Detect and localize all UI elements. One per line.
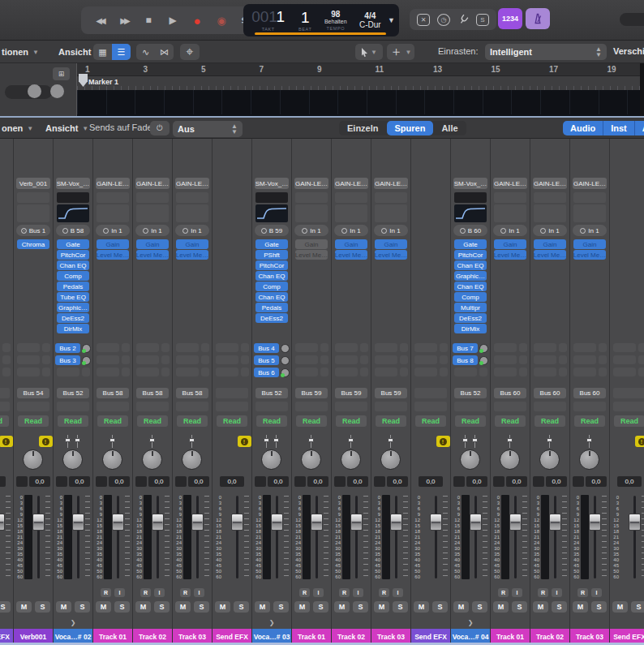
audio-fx-slot[interactable]: Gain [335,239,367,249]
pan-knob[interactable] [460,449,480,470]
output-slot[interactable]: Bus 58 [176,388,208,398]
automation-read-button[interactable]: Read [415,415,446,427]
catch-playhead-icon[interactable]: ⌖ [180,44,200,60]
empty-send-knob-slot[interactable] [559,355,567,364]
empty-send-slot[interactable] [534,368,556,376]
empty-send-knob-slot[interactable] [360,368,368,376]
automation-read-button[interactable]: Read [137,415,168,427]
eq-slot[interactable] [573,204,606,222]
flex-icon[interactable]: ⋈ [155,44,174,60]
pan-value[interactable]: 0,0 [419,476,443,487]
fader-track[interactable] [196,496,199,578]
eq-slot[interactable] [454,204,487,222]
output-slot[interactable]: Bus 52 [57,388,89,398]
audio-fx-slot[interactable]: Gate [454,239,487,249]
sends-select[interactable]: Aus ▲▼ [173,121,243,137]
input-slot[interactable]: In 1 [533,225,567,236]
fader-cap[interactable] [589,514,601,531]
fader-track[interactable] [514,496,517,578]
output-slot-empty[interactable] [414,388,447,398]
mixer-menu-options[interactable]: onen▼ [2,121,33,135]
automation-slot[interactable] [573,402,606,411]
playhead-marker[interactable] [79,74,88,87]
empty-send-slot[interactable] [216,343,238,352]
channel-setting-button[interactable]: SM-Vox_… [56,178,90,189]
empty-send-slot[interactable] [97,355,119,364]
audio-fx-slot[interactable]: PShft [255,250,288,260]
empty-send-slot[interactable] [335,368,358,376]
empty-send-slot[interactable] [295,343,318,352]
empty-send-knob-slot[interactable] [122,355,130,364]
empty-send-knob-slot[interactable] [241,343,249,352]
empty-send-slot[interactable] [176,343,199,352]
bar-ruler[interactable]: 135791113151719 [77,63,644,76]
track-knob[interactable] [50,84,64,98]
input-slot[interactable]: B 58 [56,225,90,236]
input-monitor-button[interactable]: I [194,588,204,597]
channel-setting-button[interactable]: GAIN-LE… [573,178,607,189]
empty-send-knob-slot[interactable] [320,368,328,376]
mute-button[interactable]: M [175,601,191,613]
solo-button[interactable]: S [512,601,527,613]
replace-mode-icon[interactable]: ◷ [437,14,450,26]
empty-send-knob-slot[interactable] [519,343,527,352]
output-slot[interactable]: Bus 58 [97,388,129,398]
output-slot-empty[interactable] [613,388,644,398]
send-knob[interactable] [281,356,290,365]
audio-fx-slot[interactable]: Level Me… [573,250,606,260]
empty-send-knob-slot[interactable] [161,368,170,376]
empty-send-slot[interactable] [573,368,596,376]
pan-value[interactable]: 0,0 [387,476,408,487]
input-slot[interactable]: In 1 [175,225,209,236]
empty-send-knob-slot[interactable] [360,355,368,364]
empty-send-slot[interactable] [97,343,119,352]
channel-setting-button[interactable]: SM-Vox_… [255,178,289,189]
pan-knob[interactable] [500,449,520,470]
empty-send-knob-slot[interactable] [519,355,527,364]
warning-icon[interactable]: ! [238,436,251,447]
automation-icon[interactable]: ∿ [136,44,155,60]
eq-slot[interactable] [295,204,328,222]
mute-button[interactable]: M [334,601,350,613]
gain-slot[interactable] [375,192,407,203]
automation-read-button[interactable]: Read [296,415,327,427]
empty-send-knob-slot[interactable] [599,355,607,364]
empty-send-slot[interactable] [136,355,159,364]
audio-fx-slot[interactable]: Comp [454,292,487,302]
eq-slot[interactable] [17,204,49,222]
record-enable-button[interactable]: R [498,588,509,597]
segment-spuren[interactable]: Spuren [387,121,434,135]
output-slot[interactable]: Bus 58 [136,388,169,398]
fader-cap[interactable] [191,514,204,531]
empty-send-knob-slot[interactable] [2,343,11,352]
pan-knob[interactable] [579,449,599,470]
audio-fx-slot[interactable]: Chroma [17,239,49,249]
input-slot[interactable]: In 1 [135,225,170,236]
automation-read-button[interactable]: Read [217,415,247,427]
audio-fx-slot[interactable]: Gain [176,239,208,249]
empty-send-slot[interactable] [136,343,159,352]
audio-fx-slot[interactable]: DeEss2 [454,313,487,323]
audio-fx-slot[interactable]: Multipr [454,303,487,312]
fader-track[interactable] [474,496,477,578]
audio-fx-slot[interactable]: Comp [57,271,89,281]
pan-value[interactable]: 0,0 [466,476,487,487]
empty-send-knob-slot[interactable] [42,343,50,352]
input-slot[interactable]: In 1 [96,225,130,236]
input-monitor-button[interactable]: I [313,588,324,597]
empty-send-knob-slot[interactable] [599,368,607,376]
empty-send-slot[interactable] [414,368,437,376]
pan-knob[interactable] [62,449,83,470]
empty-send-slot[interactable] [335,355,358,364]
record-enable-button[interactable]: R [577,588,588,597]
audio-fx-slot[interactable]: Level Me… [335,250,367,260]
automation-read-button[interactable]: Read [535,415,565,427]
empty-send-slot[interactable] [375,368,397,376]
solo-button[interactable]: S [552,601,567,613]
input-monitor-button[interactable]: I [591,588,602,597]
mute-button[interactable]: M [135,601,151,613]
mute-button[interactable]: M [374,601,389,613]
fader-cap[interactable] [271,514,283,531]
empty-send-slot[interactable] [17,355,40,364]
fader-cap[interactable] [549,514,561,531]
